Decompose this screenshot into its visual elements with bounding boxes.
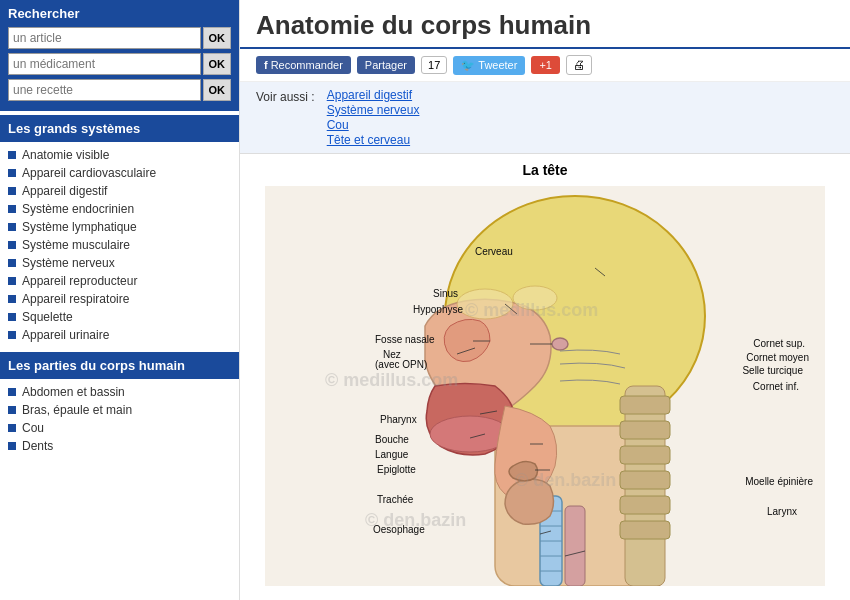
- label-moelle-epiniere: Moelle épinière: [745, 476, 813, 487]
- sidebar-item-cardiovasculaire[interactable]: Appareil cardiovasculaire: [0, 164, 239, 182]
- category2-title: Les parties du corps humain: [0, 352, 239, 379]
- sidebar-item-label: Squelette: [22, 310, 73, 324]
- bullet-icon: [8, 295, 16, 303]
- sidebar-item-dents[interactable]: Dents: [0, 437, 239, 455]
- sidebar-item-digestif[interactable]: Appareil digestif: [0, 182, 239, 200]
- search-medication-button[interactable]: OK: [203, 53, 232, 75]
- print-button[interactable]: 🖨: [566, 55, 592, 75]
- see-also-links: Appareil digestif Système nerveux Cou Tê…: [327, 88, 420, 147]
- label-fosse-nasale: Fosse nasale: [375, 334, 434, 345]
- category2-items: Abdomen et bassin Bras, épaule et main C…: [0, 379, 239, 459]
- label-hypophyse: Hypophyse: [413, 304, 463, 315]
- search-title: Rechercher: [8, 6, 231, 21]
- bullet-icon: [8, 424, 16, 432]
- anatomy-diagram: © medillus.com © den.bazin © medillus.co…: [265, 186, 825, 586]
- search-article-button[interactable]: OK: [203, 27, 232, 49]
- sidebar-item-respiratoire[interactable]: Appareil respiratoire: [0, 290, 239, 308]
- bullet-icon: [8, 406, 16, 414]
- bullet-icon: [8, 331, 16, 339]
- sidebar-item-label: Appareil respiratoire: [22, 292, 129, 306]
- see-also-link-cou[interactable]: Cou: [327, 118, 420, 132]
- sidebar-item-abdomen[interactable]: Abdomen et bassin: [0, 383, 239, 401]
- sidebar-item-label: Système nerveux: [22, 256, 115, 270]
- diagram-title: La tête: [256, 162, 834, 178]
- diagram-section: La tête: [240, 154, 850, 594]
- main-content: Anatomie du corps humain f Recommander P…: [240, 0, 850, 600]
- bullet-icon: [8, 241, 16, 249]
- bullet-icon: [8, 277, 16, 285]
- svg-rect-9: [620, 521, 670, 539]
- category1-items: Anatomie visible Appareil cardiovasculai…: [0, 142, 239, 348]
- svg-text:© medillus.com: © medillus.com: [465, 300, 598, 320]
- search-recipe-input[interactable]: [8, 79, 201, 101]
- label-cerveau: Cerveau: [475, 246, 513, 257]
- bullet-icon: [8, 169, 16, 177]
- svg-point-20: [552, 338, 568, 350]
- sidebar-item-nerveux[interactable]: Système nerveux: [0, 254, 239, 272]
- svg-rect-6: [620, 446, 670, 464]
- facebook-icon: f: [264, 59, 268, 71]
- sidebar-item-label: Dents: [22, 439, 53, 453]
- sidebar-item-anatomie[interactable]: Anatomie visible: [0, 146, 239, 164]
- sidebar-item-musculaire[interactable]: Système musculaire: [0, 236, 239, 254]
- search-recipe-button[interactable]: OK: [203, 79, 232, 101]
- svg-text:© medillus.com: © medillus.com: [325, 370, 458, 390]
- page-title: Anatomie du corps humain: [240, 0, 850, 49]
- sidebar-item-reproducteur[interactable]: Appareil reproducteur: [0, 272, 239, 290]
- search-section: Rechercher OK OK OK: [0, 0, 239, 111]
- label-avec-opn: (avec OPN): [375, 359, 427, 370]
- see-also-link-digestif[interactable]: Appareil digestif: [327, 88, 420, 102]
- bullet-icon: [8, 388, 16, 396]
- sidebar-item-label: Appareil cardiovasculaire: [22, 166, 156, 180]
- sidebar-item-endocrinien[interactable]: Système endocrinien: [0, 200, 239, 218]
- label-epiglotte: Epiglotte: [377, 464, 416, 475]
- label-cornet-inf: Cornet inf.: [753, 381, 799, 392]
- bullet-icon: [8, 151, 16, 159]
- sidebar-item-label: Système endocrinien: [22, 202, 134, 216]
- sidebar-item-label: Système musculaire: [22, 238, 130, 252]
- svg-text:© den.bazin: © den.bazin: [515, 470, 616, 490]
- label-sinus: Sinus: [433, 288, 458, 299]
- twitter-icon: 🐦: [461, 59, 475, 72]
- sidebar-item-label: Appareil reproducteur: [22, 274, 137, 288]
- sidebar-item-label: Appareil digestif: [22, 184, 107, 198]
- see-also-link-tete[interactable]: Tête et cerveau: [327, 133, 420, 147]
- sidebar-item-label: Anatomie visible: [22, 148, 109, 162]
- svg-rect-4: [620, 396, 670, 414]
- bullet-icon: [8, 223, 16, 231]
- svg-rect-5: [620, 421, 670, 439]
- sidebar-item-label: Appareil urinaire: [22, 328, 109, 342]
- search-article-input[interactable]: [8, 27, 201, 49]
- label-cornet-moyen: Cornet moyen: [746, 352, 809, 363]
- category1-title: Les grands systèmes: [0, 115, 239, 142]
- label-bouche: Bouche: [375, 434, 409, 445]
- sidebar-item-label: Abdomen et bassin: [22, 385, 125, 399]
- sidebar-item-squelette[interactable]: Squelette: [0, 308, 239, 326]
- gplus-button[interactable]: +1: [531, 56, 560, 74]
- bullet-icon: [8, 259, 16, 267]
- sidebar-item-label: Système lymphatique: [22, 220, 137, 234]
- recommend-button[interactable]: f Recommander: [256, 56, 351, 74]
- sidebar-item-lymphatique[interactable]: Système lymphatique: [0, 218, 239, 236]
- label-selle-turcique: Selle turcique: [742, 365, 803, 376]
- sidebar: Rechercher OK OK OK Les grands systèmes …: [0, 0, 240, 600]
- label-oesophage: Oesophage: [373, 524, 425, 535]
- sidebar-item-bras[interactable]: Bras, épaule et main: [0, 401, 239, 419]
- bullet-icon: [8, 187, 16, 195]
- sidebar-item-label: Cou: [22, 421, 44, 435]
- share-button[interactable]: Partager: [357, 56, 415, 74]
- search-medication-input[interactable]: [8, 53, 201, 75]
- tweet-label: Tweeter: [478, 59, 517, 71]
- label-cornet-sup: Cornet sup.: [753, 338, 805, 349]
- sidebar-item-cou[interactable]: Cou: [0, 419, 239, 437]
- bullet-icon: [8, 442, 16, 450]
- svg-rect-8: [620, 496, 670, 514]
- recommend-label: Recommander: [271, 59, 343, 71]
- svg-rect-7: [620, 471, 670, 489]
- sidebar-item-urinaire[interactable]: Appareil urinaire: [0, 326, 239, 344]
- see-also-link-nerveux[interactable]: Système nerveux: [327, 103, 420, 117]
- see-also-label: Voir aussi :: [256, 88, 315, 147]
- label-pharynx: Pharynx: [380, 414, 417, 425]
- label-langue: Langue: [375, 449, 408, 460]
- tweet-button[interactable]: 🐦 Tweeter: [453, 56, 525, 75]
